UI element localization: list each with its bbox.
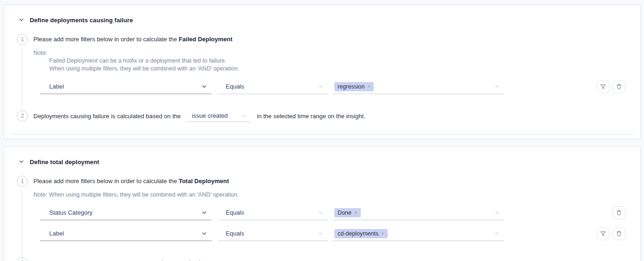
instruction-text: Please add more filters below in order t… [33,36,177,43]
remove-tag-icon[interactable]: × [367,84,371,89]
operator-select-value: Equals [226,83,244,90]
step-2: 2 Total deployment is calculated based o… [4,257,640,261]
filter-rows: Label Equals [33,79,640,95]
operator-select-value: Equals [226,230,244,237]
calculation-sentence: Total deployment is calculated based on … [33,257,640,261]
note-label: Note: [33,49,640,57]
trash-icon [616,83,622,90]
operator-select[interactable]: Equals [218,226,328,241]
instruction-text: Please add more filters below in order t… [33,178,177,185]
value-tag: Done × [334,208,361,217]
value-tag: regression × [334,82,374,91]
step-number-badge: 1 [17,34,28,45]
trash-icon [616,230,622,237]
value-select[interactable]: regression × [332,79,504,94]
operator-select[interactable]: Equals [218,79,328,94]
collapse-chevron-icon[interactable] [18,16,25,24]
row-actions [597,80,625,93]
event-type-value: issue created [192,110,228,121]
note-line: Note: When using multiple filters, they … [33,191,640,199]
value-tag-label: cd-deployments [338,230,378,237]
sentence-suffix: in the selected time range on the insigh… [257,111,365,122]
divider [11,134,634,134]
note-line: When using multiple filters, they will b… [49,65,640,73]
trash-icon [616,210,622,216]
field-select[interactable]: Status Category [40,205,212,220]
panel-title: Define total deployment [30,159,99,166]
filter-button[interactable] [597,80,610,93]
row-actions [612,206,625,219]
chevron-down-icon [494,210,500,216]
chevron-down-icon [318,83,324,89]
field-select-value: Label [49,83,64,90]
operator-select[interactable]: Equals [218,205,328,220]
step-number-badge: 2 [17,110,28,121]
field-select[interactable]: Label [40,226,212,241]
field-select[interactable]: Label [40,79,212,94]
chevron-down-icon [494,83,500,89]
note-line: Failed Deployment can be a hotfix or a d… [49,57,640,65]
value-tag-label: regression [338,83,364,90]
panel-header: Define deployments causing failure [4,5,640,24]
calculation-sentence: Deployments causing failure is calculate… [33,110,640,122]
sentence-prefix: Total deployment is calculated based on … [33,258,150,261]
delete-button[interactable] [612,206,625,219]
funnel-icon [600,230,606,237]
field-select-value: Label [49,230,64,237]
chevron-down-icon [241,113,247,119]
field-select-value: Status Category [49,209,92,216]
sentence-suffix: in the selected time range on the insigh… [227,258,335,261]
value-select[interactable]: cd-deployments × [332,226,504,241]
event-type-select[interactable]: issue created [186,110,251,122]
step-1: 1 Please add more filters below in order… [4,34,640,95]
chevron-down-icon [201,230,208,237]
chevron-down-icon [494,230,500,236]
filter-button[interactable] [597,227,610,240]
panel-define-total-deployment: Define total deployment 1 Please add mor… [4,146,641,261]
panel-title: Define deployments causing failure [30,17,133,24]
instruction-metric-name: Total Deployment [179,178,229,185]
step-connector-line [22,48,22,108]
step-instruction: Please add more filters below in order t… [33,34,640,45]
value-tag-label: Done [338,210,351,216]
filter-row: Label Equals [33,226,640,242]
remove-tag-icon[interactable]: × [381,231,384,236]
instruction-metric-name: Failed Deployment [179,36,233,43]
step-number-badge: 1 [17,176,28,187]
panel-header: Define total deployment [4,147,640,166]
chevron-down-icon [318,210,324,216]
remove-tag-icon[interactable]: × [354,210,358,216]
row-actions [597,227,625,240]
step-2: 2 Deployments causing failure is calcula… [4,110,640,122]
panel-define-deployments-causing-failure: Define deployments causing failure 1 Ple… [4,5,641,139]
chevron-down-icon [318,230,324,236]
collapse-chevron-icon[interactable] [18,158,25,166]
event-type-select[interactable]: issue resolved [156,257,221,261]
sentence-prefix: Deployments causing failure is calculate… [33,111,181,122]
step-1: 1 Please add more filters below in order… [4,176,640,242]
step-instruction: Please add more filters below in order t… [33,176,640,187]
delete-button[interactable] [612,227,625,240]
page: Define deployments causing failure 1 Ple… [0,0,644,261]
event-type-value: issue resolved [162,257,200,261]
delete-button[interactable] [612,80,625,93]
filter-row: Label Equals [33,79,640,95]
funnel-icon [600,83,606,90]
value-select[interactable]: Done × [332,205,504,220]
step-number-badge: 2 [17,257,28,261]
operator-select-value: Equals [226,209,244,216]
filter-rows: Status Category Equals [33,205,640,242]
chevron-down-icon [201,210,208,216]
value-tag: cd-deployments × [334,229,388,238]
step-connector-line [22,190,22,255]
filter-row: Status Category Equals [33,205,640,221]
chevron-down-icon [201,83,208,90]
